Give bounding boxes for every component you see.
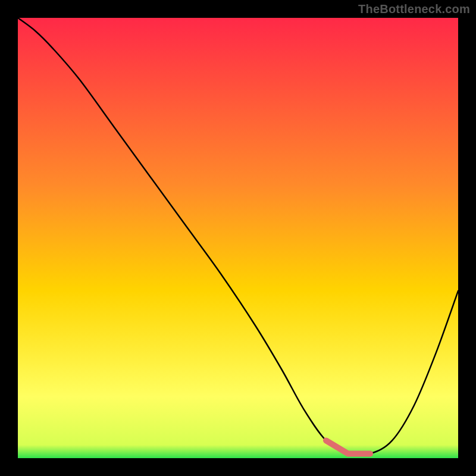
plot-area <box>18 18 458 458</box>
bottleneck-chart <box>18 18 458 458</box>
watermark-text: TheBottleneck.com <box>358 2 470 16</box>
chart-frame: TheBottleneck.com <box>0 0 476 476</box>
gradient-background <box>18 18 458 458</box>
